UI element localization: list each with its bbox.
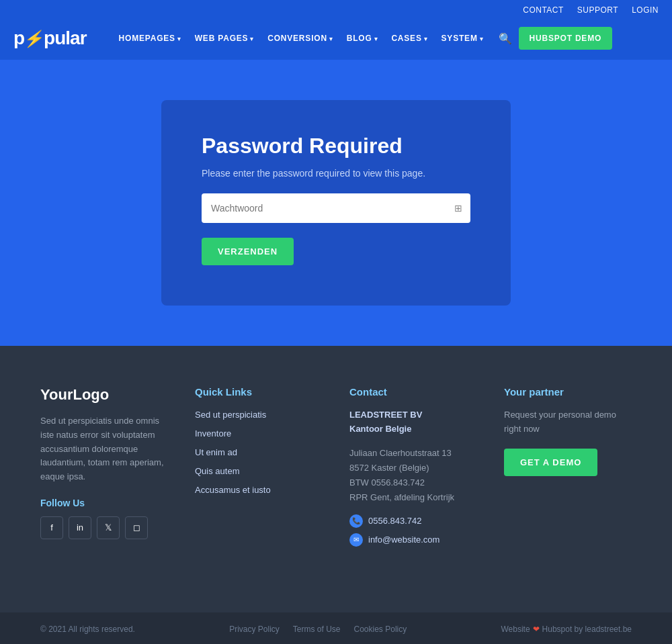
footer-col-contact: Contact LEADSTREET BV Kantoor Belgie Jul…	[349, 386, 477, 552]
instagram-icon[interactable]: ◻	[125, 516, 148, 539]
footer-grid: YourLogo Sed ut perspiciatis unde omnis …	[40, 386, 632, 552]
main-nav: HOMEPAGES ▾ WEB PAGES ▾ CONVERSION ▾ BLO…	[114, 27, 659, 50]
footer-col-quicklinks: Quick Links Sed ut perspiciatis Inventor…	[195, 386, 323, 552]
contact-title: Contact	[349, 386, 477, 398]
header: p ⚡ pular HOMEPAGES ▾ WEB PAGES ▾ CONVER…	[0, 20, 672, 60]
contact-link[interactable]: CONTACT	[523, 5, 564, 15]
chevron-down-icon: ▾	[480, 36, 484, 42]
company-address: Juliaan Claerhoutstraat 13 8572 Kaster (…	[349, 446, 477, 505]
top-bar: CONTACT SUPPORT LOGIN	[0, 0, 672, 20]
phone-icon: 📞	[349, 514, 363, 528]
follow-us-label: Follow Us	[40, 498, 168, 508]
quick-link-4[interactable]: Quis autem	[195, 466, 239, 476]
email-item: ✉ info@website.com	[349, 533, 477, 547]
card-description: Please enter the password required to vi…	[202, 168, 470, 179]
quick-link-1[interactable]: Sed ut perspiciatis	[195, 410, 266, 420]
partner-desc: Request your personal demo right now	[504, 408, 632, 436]
logo[interactable]: p ⚡ pular	[13, 28, 87, 49]
chevron-down-icon: ▾	[374, 36, 378, 42]
email-address[interactable]: info@website.com	[368, 535, 439, 545]
heart-icon: ❤	[533, 625, 540, 634]
list-item: Ut enim ad	[195, 446, 323, 458]
nav-system[interactable]: SYSTEM ▾	[436, 30, 489, 47]
footer-bottom-links: Privacy Policy Terms of Use Cookies Poli…	[229, 625, 407, 634]
made-by-text: Website ❤ Hubspot by leadstreet.be	[501, 625, 632, 634]
terms-of-use-link[interactable]: Terms of Use	[293, 625, 341, 634]
footer-logo: YourLogo	[40, 386, 168, 404]
facebook-icon[interactable]: f	[40, 516, 63, 539]
footer-bottom: © 2021 All rights reserved. Privacy Poli…	[0, 612, 672, 644]
cookies-policy-link[interactable]: Cookies Policy	[354, 625, 407, 634]
list-item: Quis autem	[195, 465, 323, 477]
company-name: LEADSTREET BV Kantoor Belgie	[349, 408, 477, 436]
list-item: Accusamus et iusto	[195, 484, 323, 496]
footer: YourLogo Sed ut perspiciatis unde omnis …	[0, 346, 672, 612]
card-title: Password Required	[202, 134, 470, 158]
footer-col-partner: Your partner Request your personal demo …	[504, 386, 632, 552]
hubspot-demo-button[interactable]: HUBSPOT DEMO	[519, 27, 613, 50]
quick-link-5[interactable]: Accusamus et iusto	[195, 485, 271, 495]
chevron-down-icon: ▾	[177, 36, 181, 42]
privacy-policy-link[interactable]: Privacy Policy	[229, 625, 280, 634]
linkedin-icon[interactable]: in	[69, 516, 91, 539]
copyright-text: © 2021 All rights reserved.	[40, 625, 135, 634]
support-link[interactable]: SUPPORT	[577, 5, 618, 15]
phone-number[interactable]: 0556.843.742	[368, 516, 422, 526]
hero-section: Password Required Please enter the passw…	[0, 60, 672, 346]
get-demo-button[interactable]: GET A DEMO	[504, 449, 597, 476]
nav-webpages[interactable]: WEB PAGES ▾	[190, 30, 259, 47]
search-icon[interactable]: 🔍	[495, 28, 516, 49]
partner-title: Your partner	[504, 386, 632, 398]
list-item: Inventore	[195, 427, 323, 439]
social-icons: f in 𝕏 ◻	[40, 516, 168, 539]
nav-conversion[interactable]: CONVERSION ▾	[262, 30, 339, 47]
quick-link-2[interactable]: Inventore	[195, 428, 231, 439]
quick-link-3[interactable]: Ut enim ad	[195, 447, 237, 457]
nav-homepages[interactable]: HOMEPAGES ▾	[114, 30, 187, 47]
twitter-icon[interactable]: 𝕏	[97, 516, 120, 539]
quick-links-list: Sed ut perspiciatis Inventore Ut enim ad…	[195, 408, 323, 496]
submit-button[interactable]: VERZENDEN	[202, 238, 294, 265]
quick-links-title: Quick Links	[195, 386, 323, 398]
chevron-down-icon: ▾	[424, 36, 428, 42]
chevron-down-icon: ▾	[329, 36, 333, 42]
list-item: Sed ut perspiciatis	[195, 408, 323, 420]
password-input[interactable]	[202, 193, 470, 223]
chevron-down-icon: ▾	[250, 36, 254, 42]
nav-cases[interactable]: CASES ▾	[386, 30, 433, 47]
footer-about-text: Sed ut perspiciatis unde omnis iste natu…	[40, 414, 168, 484]
login-link[interactable]: LOGIN	[632, 5, 659, 15]
email-icon: ✉	[349, 533, 363, 547]
nav-blog[interactable]: BLOG ▾	[341, 30, 384, 47]
password-card: Password Required Please enter the passw…	[161, 100, 511, 306]
password-input-wrapper: ⊞	[202, 193, 470, 223]
password-toggle-icon[interactable]: ⊞	[454, 203, 462, 214]
phone-item: 📞 0556.843.742	[349, 514, 477, 528]
footer-col-about: YourLogo Sed ut perspiciatis unde omnis …	[40, 386, 168, 552]
